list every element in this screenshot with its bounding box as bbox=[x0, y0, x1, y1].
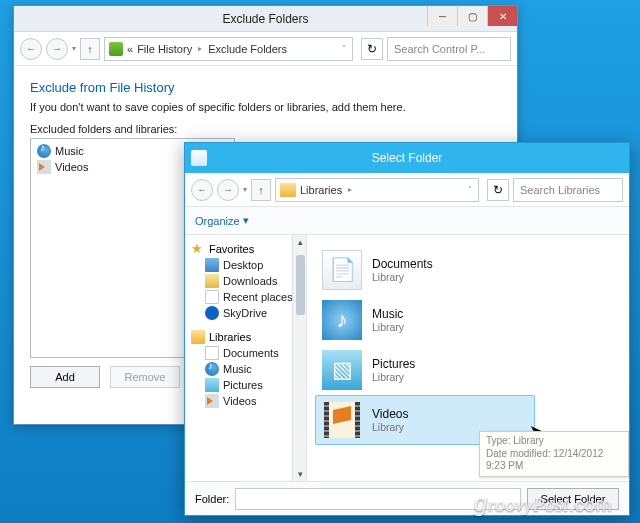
forward-button[interactable]: → bbox=[217, 179, 239, 201]
breadcrumb[interactable]: « File History ▸ Exclude Folders ˅ bbox=[104, 37, 353, 61]
minimize-icon[interactable]: ─ bbox=[427, 6, 457, 26]
select-folder-button[interactable]: Select Folder bbox=[527, 488, 619, 510]
folder-icon bbox=[205, 362, 219, 376]
sidebar: ★ Favorites DesktopDownloadsRecent place… bbox=[185, 235, 307, 481]
breadcrumb-seg[interactable]: File History bbox=[137, 43, 192, 55]
win1-navbar: ← → ▾ ↑ « File History ▸ Exclude Folders… bbox=[14, 32, 517, 66]
sidebar-favorites-header[interactable]: ★ Favorites bbox=[191, 241, 304, 257]
library-item-documents[interactable]: 📄DocumentsLibrary bbox=[315, 245, 535, 295]
sidebar-item[interactable]: Videos bbox=[191, 393, 304, 409]
back-button[interactable]: ← bbox=[20, 38, 42, 60]
sidebar-item[interactable]: Downloads bbox=[191, 273, 304, 289]
scroll-thumb[interactable] bbox=[296, 255, 305, 315]
folder-icon bbox=[205, 346, 219, 360]
add-button[interactable]: Add bbox=[30, 366, 100, 388]
win2-title: Select Folder bbox=[372, 151, 443, 165]
back-button[interactable]: ← bbox=[191, 179, 213, 201]
library-item-pictures[interactable]: ▧PicturesLibrary bbox=[315, 345, 535, 395]
refresh-button[interactable]: ↻ bbox=[487, 179, 509, 201]
control-panel-icon bbox=[109, 42, 123, 56]
folder-icon bbox=[205, 378, 219, 392]
win1-title: Exclude Folders bbox=[222, 12, 308, 26]
documents-icon: 📄 bbox=[322, 250, 362, 290]
history-dropdown-icon[interactable]: ▾ bbox=[72, 44, 76, 53]
folder-icon bbox=[205, 274, 219, 288]
sidebar-item[interactable]: Music bbox=[191, 361, 304, 377]
up-button[interactable]: ↑ bbox=[251, 179, 271, 201]
folder-icon bbox=[37, 160, 51, 174]
folder-name-input[interactable] bbox=[235, 488, 521, 510]
library-item-music[interactable]: ♪MusicLibrary bbox=[315, 295, 535, 345]
sidebar-libraries-header[interactable]: Libraries bbox=[191, 329, 304, 345]
close-icon[interactable]: ✕ bbox=[487, 6, 517, 26]
folder-icon bbox=[205, 306, 219, 320]
chevron-down-icon: ▾ bbox=[243, 214, 249, 227]
history-dropdown-icon[interactable]: ▾ bbox=[243, 185, 247, 194]
sidebar-item[interactable]: Recent places bbox=[191, 289, 304, 305]
select-folder-dialog: Select Folder ← → ▾ ↑ Libraries ▸ ˅ ↻ Se… bbox=[184, 142, 630, 516]
list-label: Excluded folders and libraries: bbox=[30, 123, 501, 135]
up-button[interactable]: ↑ bbox=[80, 38, 100, 60]
videos-icon bbox=[322, 400, 362, 440]
sidebar-item[interactable]: Desktop bbox=[191, 257, 304, 273]
refresh-button[interactable]: ↻ bbox=[361, 38, 383, 60]
library-view[interactable]: 📄DocumentsLibrary♪MusicLibrary▧PicturesL… bbox=[307, 235, 629, 481]
pictures-icon: ▧ bbox=[322, 350, 362, 390]
folder-field-label: Folder: bbox=[195, 493, 229, 505]
music-icon: ♪ bbox=[322, 300, 362, 340]
folder-icon bbox=[205, 394, 219, 408]
page-heading: Exclude from File History bbox=[30, 80, 501, 95]
library-item-videos[interactable]: VideosLibrary bbox=[315, 395, 535, 445]
breadcrumb[interactable]: Libraries ▸ ˅ bbox=[275, 178, 479, 202]
sidebar-item[interactable]: SkyDrive bbox=[191, 305, 304, 321]
win2-titlebar[interactable]: Select Folder bbox=[185, 143, 629, 173]
remove-button: Remove bbox=[110, 366, 180, 388]
win1-titlebar[interactable]: Exclude Folders ─ ▢ ✕ bbox=[14, 6, 517, 32]
sidebar-item[interactable]: Documents bbox=[191, 345, 304, 361]
breadcrumb-seg[interactable]: Libraries bbox=[300, 184, 342, 196]
search-input[interactable]: Search Libraries bbox=[513, 178, 623, 202]
organize-menu[interactable]: Organize▾ bbox=[195, 214, 249, 227]
star-icon: ★ bbox=[191, 242, 205, 256]
scroll-up-icon: ▴ bbox=[298, 237, 303, 247]
folder-icon bbox=[205, 290, 219, 304]
search-input[interactable]: Search Control P... bbox=[387, 37, 511, 61]
scroll-down-icon: ▾ bbox=[298, 469, 303, 479]
dialog-footer: Folder: Select Folder bbox=[185, 481, 629, 515]
scrollbar[interactable]: ▴ ▾ bbox=[292, 235, 307, 481]
win2-navbar: ← → ▾ ↑ Libraries ▸ ˅ ↻ Search Libraries bbox=[185, 173, 629, 207]
dialog-icon bbox=[191, 150, 207, 166]
forward-button[interactable]: → bbox=[46, 38, 68, 60]
toolbar: Organize▾ bbox=[185, 207, 629, 235]
maximize-icon[interactable]: ▢ bbox=[457, 6, 487, 26]
folder-icon bbox=[37, 144, 51, 158]
breadcrumb-seg[interactable]: Exclude Folders bbox=[208, 43, 287, 55]
libraries-icon bbox=[191, 330, 205, 344]
sidebar-item[interactable]: Pictures bbox=[191, 377, 304, 393]
page-description: If you don't want to save copies of spec… bbox=[30, 101, 501, 113]
folder-icon bbox=[205, 258, 219, 272]
libraries-icon bbox=[280, 183, 296, 197]
